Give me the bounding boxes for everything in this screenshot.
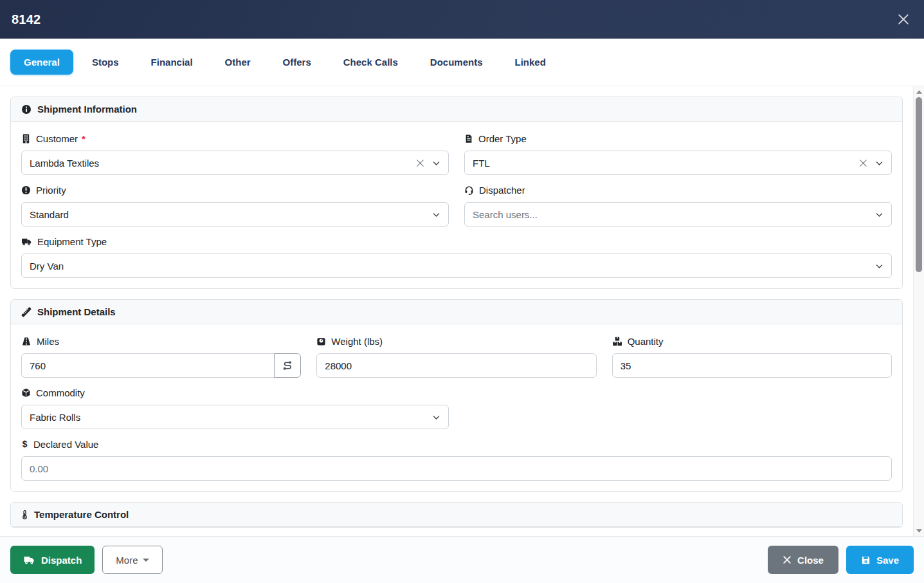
quantity-input[interactable]	[621, 360, 883, 371]
chevron-down-icon[interactable]	[875, 210, 883, 219]
declared-value-input[interactable]	[30, 463, 883, 474]
commodity-value: Fabric Rolls	[30, 412, 432, 423]
weight-label: Weight (lbs)	[331, 336, 383, 347]
dollar-icon: $	[21, 439, 28, 449]
scroll-content: Shipment Information Customer * Lambda T…	[0, 86, 913, 536]
close-label: Close	[797, 555, 824, 566]
declared-value-label: Declared Value	[33, 439, 98, 450]
page-title: 8142	[12, 12, 41, 27]
chevron-down-icon[interactable]	[875, 159, 883, 167]
dispatch-label: Dispatch	[41, 555, 82, 566]
calculate-route-button[interactable]	[274, 353, 301, 378]
save-label: Save	[876, 555, 899, 566]
shipment-information-header: Shipment Information	[11, 97, 902, 122]
chevron-down-icon[interactable]	[432, 159, 440, 167]
weight-input[interactable]	[325, 360, 588, 371]
tab-general[interactable]: General	[10, 50, 73, 75]
cube-icon	[21, 388, 31, 398]
customer-select[interactable]: Lambda Textiles	[21, 151, 449, 175]
priority-select[interactable]: Standard	[21, 202, 449, 227]
scrollbar-thumb[interactable]	[916, 97, 922, 272]
clear-icon[interactable]	[415, 158, 425, 168]
tab-offers[interactable]: Offers	[269, 50, 325, 75]
dispatch-button[interactable]: Dispatch	[10, 546, 95, 574]
building-icon	[21, 134, 31, 143]
modal-footer: Dispatch More Close Save	[0, 536, 924, 583]
thermometer-icon	[21, 510, 28, 520]
headset-icon	[464, 185, 474, 195]
shipment-details-header: Shipment Details	[11, 300, 902, 324]
customer-value: Lambda Textiles	[30, 158, 415, 169]
chevron-down-icon[interactable]	[432, 210, 440, 219]
ruler-icon	[21, 307, 32, 317]
tab-check-calls[interactable]: Check Calls	[330, 50, 412, 75]
save-button[interactable]: Save	[846, 546, 914, 574]
file-lines-icon	[464, 134, 473, 143]
boxes-stacked-icon	[612, 337, 622, 346]
scroll-up-icon[interactable]	[914, 86, 924, 97]
quantity-label: Quantity	[628, 336, 664, 347]
floppy-disk-icon	[861, 555, 871, 565]
dispatcher-placeholder: Search users...	[473, 209, 875, 220]
customer-label: Customer	[36, 133, 78, 144]
tab-stops[interactable]: Stops	[78, 50, 132, 75]
order-type-value: FTL	[473, 158, 858, 169]
equipment-type-value: Dry Van	[30, 261, 875, 272]
circle-info-icon	[21, 104, 32, 115]
close-button[interactable]: Close	[768, 546, 838, 574]
scroll-down-icon[interactable]	[914, 525, 924, 536]
dispatcher-label: Dispatcher	[479, 185, 525, 196]
commodity-select[interactable]: Fabric Rolls	[21, 405, 449, 429]
truck-icon	[23, 555, 35, 565]
more-button[interactable]: More	[102, 546, 162, 574]
shipment-details-card: Shipment Details Miles	[10, 299, 903, 492]
equipment-type-select[interactable]: Dry Van	[21, 254, 892, 278]
tab-other[interactable]: Other	[212, 50, 264, 75]
x-icon	[783, 555, 792, 564]
close-icon[interactable]	[894, 10, 912, 28]
temperature-control-card: Temperature Control	[10, 502, 903, 528]
shipment-information-card: Shipment Information Customer * Lambda T…	[10, 97, 903, 289]
section-title: Shipment Details	[37, 306, 116, 317]
section-title: Shipment Information	[37, 104, 137, 115]
miles-input[interactable]	[30, 360, 266, 371]
order-type-label: Order Type	[478, 133, 527, 144]
svg-text:$: $	[23, 440, 28, 449]
more-label: More	[116, 555, 138, 566]
temperature-control-header: Temperature Control	[11, 503, 902, 527]
road-icon	[21, 337, 32, 346]
circle-exclamation-icon	[21, 185, 31, 195]
truck-icon	[21, 237, 32, 246]
tab-linked[interactable]: Linked	[502, 50, 559, 75]
order-type-select[interactable]: FTL	[464, 151, 892, 175]
caret-down-icon	[143, 559, 149, 562]
tab-bar: General Stops Financial Other Offers Che…	[0, 39, 924, 86]
clear-icon[interactable]	[858, 158, 868, 168]
required-asterisk: *	[82, 133, 86, 144]
priority-label: Priority	[36, 185, 66, 196]
priority-value: Standard	[30, 209, 432, 220]
dispatcher-select[interactable]: Search users...	[464, 202, 892, 227]
tab-documents[interactable]: Documents	[417, 50, 496, 75]
vertical-scrollbar[interactable]	[913, 86, 924, 536]
tab-financial[interactable]: Financial	[138, 50, 206, 75]
modal-header: 8142	[0, 0, 924, 39]
scrollbar-track[interactable]	[914, 97, 924, 525]
weight-scale-icon	[316, 337, 326, 346]
section-title: Temperature Control	[34, 509, 129, 520]
route-icon	[282, 360, 293, 371]
miles-label: Miles	[37, 336, 59, 347]
chevron-down-icon[interactable]	[875, 262, 883, 270]
chevron-down-icon[interactable]	[432, 413, 440, 421]
equipment-type-label: Equipment Type	[37, 236, 107, 247]
commodity-label: Commodity	[36, 387, 85, 398]
